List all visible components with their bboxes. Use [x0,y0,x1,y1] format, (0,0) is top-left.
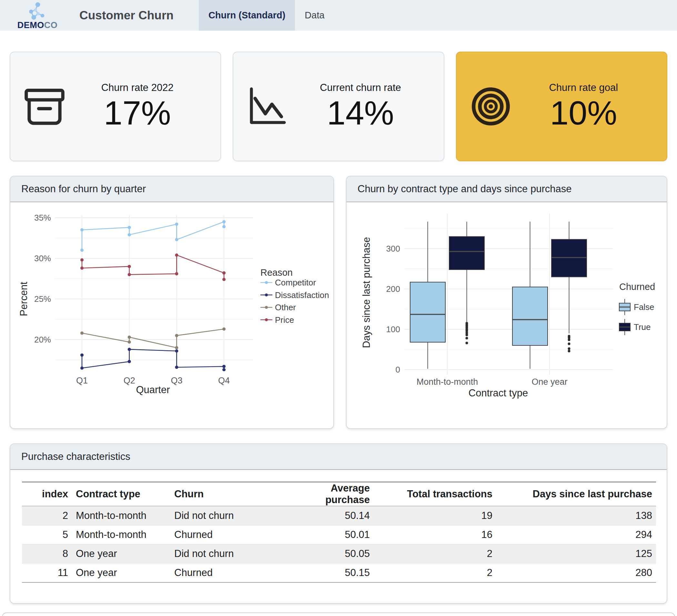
kpi-title: Churn rate goal [549,82,618,94]
reason-chart-svg: 35%30%25%20%Q1Q2Q3Q4QuarterPercentReason… [10,202,333,428]
svg-text:Q4: Q4 [218,376,230,385]
column-header-contract-type: Contract type [72,482,170,506]
svg-text:False: False [634,302,655,312]
archive-box-icon [22,85,66,128]
cell-days-since-last-purchase: 280 [496,563,656,583]
cell-total-transactions: 19 [374,506,496,525]
svg-text:200: 200 [386,284,400,294]
cell-churn: Churned [170,563,280,583]
svg-text:Month-to-month: Month-to-month [417,377,478,387]
cell-contract-type: One year [72,544,170,563]
svg-text:Q1: Q1 [76,376,88,385]
panel-title: Churn by contract type and days since pu… [347,177,667,202]
svg-text:25%: 25% [34,294,51,304]
column-header-days-since-last-purchase: Days since last purchase [496,482,656,506]
logo-wordmark: DEMOCO [17,21,58,30]
kpi-value: 17% [104,95,171,131]
cell-days-since-last-purchase: 125 [496,544,656,563]
boxplot-svg: 0100200300Month-to-monthOne yearContract… [347,202,667,428]
purchase-table-panel: Purchase characteristics index Contract … [10,443,667,604]
purchase-table: index Contract type Churn Average purcha… [22,481,656,583]
svg-text:Percent: Percent [18,282,29,316]
target-icon [469,85,513,128]
kpi-title: Current churn rate [320,82,401,94]
cell-total-transactions: 16 [374,525,496,544]
cell-churn: Did not churn [170,506,280,525]
tab-data[interactable]: Data [295,0,334,31]
kpi-card-churn-2022: Churn rate 2022 17% [10,52,221,161]
column-header-churn: Churn [170,482,280,506]
svg-text:20%: 20% [34,335,51,344]
svg-text:Price: Price [275,315,294,325]
molecule-icon [26,2,49,20]
svg-text:Contract type: Contract type [468,387,528,398]
table-row: 2 Month-to-month Did not churn 50.14 19 … [22,506,656,525]
svg-text:Dissatisfaction: Dissatisfaction [275,290,329,300]
kpi-card-churn-goal: Churn rate goal 10% [456,52,667,161]
svg-text:35%: 35% [34,213,51,223]
trend-down-icon [245,85,289,128]
cell-average-purchase: 50.15 [280,563,374,583]
table-row: 11 One year Churned 50.15 2 280 [22,563,656,583]
panel-title: Purchase characteristics [10,444,667,470]
column-header-index: index [22,482,72,506]
cell-days-since-last-purchase: 138 [496,506,656,525]
cell-days-since-last-purchase: 294 [496,525,656,544]
tab-churn-standard[interactable]: Churn (Standard) [199,0,295,31]
svg-text:True: True [634,322,651,332]
svg-text:Q3: Q3 [171,376,182,385]
democo-logo: DEMOCO [15,0,60,31]
cell-index: 2 [22,506,72,525]
svg-text:Q2: Q2 [124,376,135,385]
svg-text:One year: One year [532,377,567,387]
cell-contract-type: One year [72,563,170,583]
page-title: Customer Churn [79,9,174,22]
cell-index: 5 [22,525,72,544]
table-header-row: index Contract type Churn Average purcha… [22,482,656,506]
cell-index: 8 [22,544,72,563]
svg-text:Reason: Reason [260,267,293,278]
kpi-row: Churn rate 2022 17% Current churn rate 1… [10,52,667,161]
table-row: 5 Month-to-month Churned 50.01 16 294 [22,525,656,544]
cell-total-transactions: 2 [374,544,496,563]
cell-average-purchase: 50.14 [280,506,374,525]
table-row: 8 One year Did not churn 50.05 2 125 [22,544,656,563]
next-card-top-edge [2,612,675,616]
column-header-total-transactions: Total transactions [374,482,496,506]
cell-index: 11 [22,563,72,583]
cell-churn: Churned [170,525,280,544]
reason-chart-panel: Reason for churn by quarter 35%30%25%20%… [10,176,334,429]
panel-title: Reason for churn by quarter [10,177,333,202]
cell-contract-type: Month-to-month [72,506,170,525]
boxplot-panel: Churn by contract type and days since pu… [346,176,667,429]
cell-churn: Did not churn [170,544,280,563]
column-header-average-purchase: Average purchase [280,482,374,506]
kpi-value: 14% [327,95,394,131]
app-header: DEMOCO Customer Churn Churn (Standard) D… [0,0,677,31]
cell-average-purchase: 50.01 [280,525,374,544]
kpi-value: 10% [550,95,617,131]
svg-text:Churned: Churned [619,282,655,292]
svg-text:Quarter: Quarter [136,384,170,395]
svg-text:Other: Other [275,302,296,312]
kpi-card-current-churn: Current churn rate 14% [233,52,444,161]
svg-text:100: 100 [386,324,400,334]
tab-bar: Churn (Standard) Data [199,0,334,31]
cell-average-purchase: 50.05 [280,544,374,563]
svg-text:30%: 30% [34,253,51,263]
svg-text:300: 300 [386,244,400,253]
cell-contract-type: Month-to-month [72,525,170,544]
svg-text:Days since last purchase: Days since last purchase [361,237,372,348]
svg-text:Competitor: Competitor [275,278,316,287]
svg-text:0: 0 [396,365,400,374]
cell-total-transactions: 2 [374,563,496,583]
kpi-title: Churn rate 2022 [101,82,174,94]
